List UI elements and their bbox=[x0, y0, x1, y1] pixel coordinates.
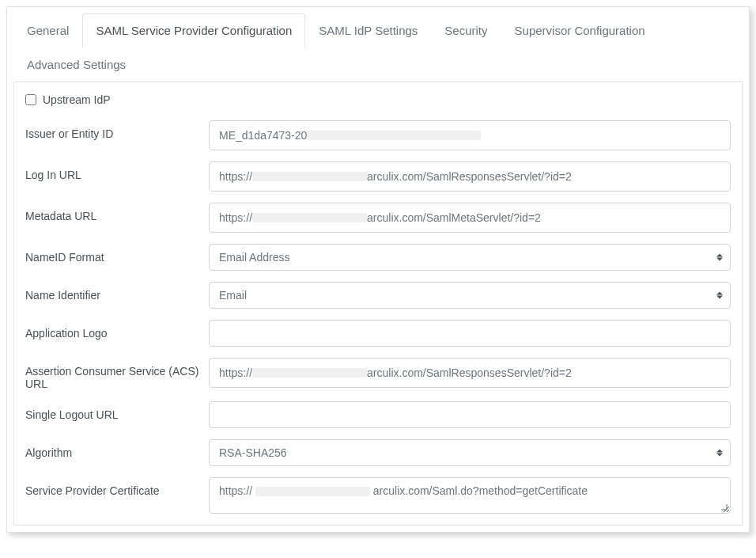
redacted-block bbox=[252, 172, 367, 181]
nameid-format-select[interactable]: Email Address bbox=[209, 244, 731, 271]
name-identifier-label: Name Identifier bbox=[25, 282, 209, 302]
tab-saml-idp-settings[interactable]: SAML IdP Settings bbox=[305, 13, 431, 47]
sp-cert-row: Service Provider Certificate https:// ar… bbox=[25, 477, 731, 514]
login-url-prefix: https:// bbox=[219, 170, 252, 183]
login-url-label: Log In URL bbox=[25, 161, 209, 181]
tab-content: Upstream IdP Issuer or Entity ID ME_d1da… bbox=[13, 82, 743, 526]
acs-url-input[interactable]: https:// arculix.com/SamlResponsesServle… bbox=[209, 358, 731, 388]
metadata-url-row: Metadata URL https:// arculix.com/SamlMe… bbox=[25, 203, 731, 233]
resize-handle-icon bbox=[720, 503, 728, 511]
sp-cert-suffix: arculix.com/Saml.do?method=getCertificat… bbox=[373, 484, 588, 497]
acs-url-suffix: arculix.com/SamlResponsesServlet/?id=2 bbox=[367, 366, 572, 379]
issuer-value-prefix: ME_d1da7473-20 bbox=[219, 129, 307, 142]
algorithm-row: Algorithm RSA-SHA256 bbox=[25, 439, 731, 466]
name-identifier-row: Name Identifier Email bbox=[25, 282, 731, 309]
issuer-row: Issuer or Entity ID ME_d1da7473-20 bbox=[25, 120, 731, 150]
config-panel: General SAML Service Provider Configurat… bbox=[6, 6, 750, 533]
acs-url-prefix: https:// bbox=[219, 366, 252, 379]
acs-url-label: Assertion Consumer Service (ACS) URL bbox=[25, 358, 209, 390]
redacted-block bbox=[307, 131, 481, 140]
sp-cert-label: Service Provider Certificate bbox=[25, 477, 209, 497]
nameid-format-row: NameID Format Email Address bbox=[25, 244, 731, 271]
sp-cert-textarea[interactable]: https:// arculix.com/Saml.do?method=getC… bbox=[209, 477, 731, 514]
login-url-row: Log In URL https:// arculix.com/SamlResp… bbox=[25, 161, 731, 192]
redacted-block bbox=[252, 368, 367, 378]
upstream-idp-checkbox[interactable] bbox=[25, 94, 36, 105]
nameid-format-label: NameID Format bbox=[25, 244, 209, 264]
tab-saml-sp-config[interactable]: SAML Service Provider Configuration bbox=[82, 13, 305, 47]
redacted-block bbox=[252, 213, 367, 222]
app-logo-input[interactable] bbox=[209, 320, 731, 347]
acs-url-row: Assertion Consumer Service (ACS) URL htt… bbox=[25, 358, 731, 390]
login-url-input[interactable]: https:// arculix.com/SamlResponsesServle… bbox=[209, 161, 731, 192]
app-logo-label: Application Logo bbox=[25, 320, 209, 340]
slo-url-label: Single Logout URL bbox=[25, 401, 209, 421]
app-logo-row: Application Logo bbox=[25, 320, 731, 347]
tab-supervisor-config[interactable]: Supervisor Configuration bbox=[501, 13, 659, 47]
issuer-input[interactable]: ME_d1da7473-20 bbox=[209, 120, 731, 150]
slo-url-row: Single Logout URL bbox=[25, 401, 731, 428]
metadata-url-label: Metadata URL bbox=[25, 203, 209, 222]
login-url-suffix: arculix.com/SamlResponsesServlet/?id=2 bbox=[367, 170, 572, 183]
metadata-url-prefix: https:// bbox=[219, 211, 252, 224]
name-identifier-select[interactable]: Email bbox=[209, 282, 731, 309]
tab-advanced-settings[interactable]: Advanced Settings bbox=[13, 47, 139, 82]
upstream-idp-row: Upstream IdP bbox=[25, 93, 731, 106]
metadata-url-suffix: arculix.com/SamlMetaServlet/?id=2 bbox=[367, 211, 541, 224]
algorithm-select[interactable]: RSA-SHA256 bbox=[209, 439, 731, 466]
redacted-block bbox=[255, 487, 370, 496]
upstream-idp-label: Upstream IdP bbox=[43, 93, 111, 106]
algorithm-label: Algorithm bbox=[25, 439, 209, 459]
tab-security[interactable]: Security bbox=[431, 13, 501, 47]
sp-cert-prefix: https:// bbox=[219, 484, 252, 497]
metadata-url-input[interactable]: https:// arculix.com/SamlMetaServlet/?id… bbox=[209, 203, 731, 233]
issuer-label: Issuer or Entity ID bbox=[25, 120, 209, 140]
slo-url-input[interactable] bbox=[209, 401, 731, 428]
tabs-bar: General SAML Service Provider Configurat… bbox=[7, 7, 749, 82]
tab-general[interactable]: General bbox=[13, 13, 82, 47]
